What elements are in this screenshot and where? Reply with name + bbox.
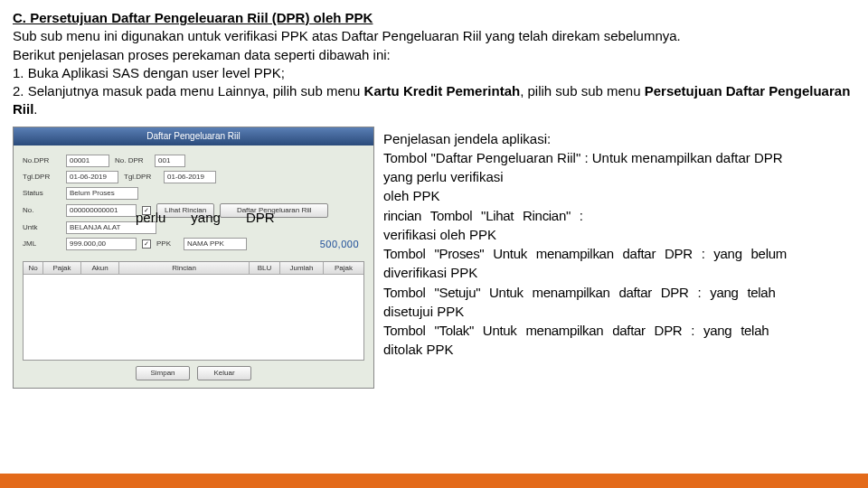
col-akun: Akun: [81, 262, 119, 274]
input-status[interactable]: Belum Proses: [66, 187, 138, 200]
col-pajak2: Pajak: [324, 262, 363, 274]
explain-l8: diverifikasi PPK: [383, 264, 855, 282]
simpan-button[interactable]: Simpan: [136, 366, 190, 380]
intro-line-1: Sub sub menu ini digunakan untuk verifik…: [13, 27, 855, 45]
instruction-text: C. Persetujuan Daftar Pengeleuaran Riil …: [0, 0, 868, 123]
section-heading: C. Persetujuan Daftar Pengeleuaran Riil …: [13, 10, 373, 25]
label-status: Status: [23, 189, 61, 197]
daftar-pengeluaran-button[interactable]: Daftar Pengeluaran Riil: [220, 203, 328, 218]
input-ppk[interactable]: NAMA PPK: [184, 238, 247, 250]
intro-line-2: Berikut penjelasan proses perekaman data…: [13, 46, 855, 64]
explain-l7: Tombol "Proses" Untuk menampilkan daftar…: [383, 245, 855, 263]
window-titlebar: Daftar Pengeluaran Riil: [14, 127, 373, 145]
label-dpr-no: No.DPR: [23, 156, 61, 164]
window-title: Daftar Pengeluaran Riil: [146, 131, 240, 141]
explain-l4: oleh PPK: [383, 187, 855, 205]
label-tgl2: Tgl.DPR: [124, 173, 158, 181]
explain-l3: yang perlu verifikasi: [383, 168, 855, 186]
explain-l12: ditolak PPK: [383, 341, 855, 359]
col-no: No: [24, 262, 43, 274]
input-dpr-no2[interactable]: 001: [155, 155, 185, 167]
explain-l1: Penjelasan jendela aplikasi:: [383, 130, 855, 148]
col-blu: BLU: [250, 262, 280, 274]
col-rincian: Rincian: [119, 262, 250, 274]
total-value: 500,000: [252, 239, 364, 249]
checkbox-ppk[interactable]: ✓: [142, 239, 151, 249]
input-tgl[interactable]: 01-06-2019: [66, 171, 118, 183]
input-utk[interactable]: BELANJA ALAT: [66, 221, 156, 234]
intro-line-3: 1. Buka Aplikasi SAS dengan user level P…: [13, 64, 855, 82]
label-ppk: PPK: [156, 239, 178, 248]
label-no: No.: [23, 206, 61, 214]
footer-accent-bar: [0, 474, 868, 488]
label-dpr-no2: No. DPR: [115, 156, 149, 164]
input-dpr-no[interactable]: 00001: [66, 155, 109, 167]
lihat-rincian-button[interactable]: Lihat Rincian: [156, 203, 214, 218]
explanation-block: Penjelasan jendela aplikasi: Tombol "Daf…: [383, 127, 855, 389]
checkbox-rincian[interactable]: ✓: [142, 206, 151, 215]
explain-l5: rincian Tombol "Lihat Rincian" :: [383, 207, 855, 225]
data-grid: No Pajak Akun Rincian BLU Jumlah Pajak: [23, 261, 364, 361]
grid-body: [24, 275, 363, 360]
app-screenshot: Daftar Pengeluaran Riil No.DPR 00001 No.…: [13, 127, 374, 389]
explain-l10: disetujui PPK: [383, 303, 855, 321]
explain-l9: Tombol "Setuju" Untuk menampilkan daftar…: [383, 284, 855, 302]
input-no[interactable]: 000000000001: [66, 204, 137, 217]
keluar-button[interactable]: Keluar: [197, 366, 251, 380]
explain-l2: Tombol "Daftar Pengeluaran Riil" : Untuk…: [383, 149, 855, 167]
col-pajak1: Pajak: [43, 262, 81, 274]
intro-line-4: 2. Selanjutnya masuk pada menu Lainnya, …: [13, 82, 855, 119]
label-tgl: Tgl.DPR: [23, 173, 61, 181]
label-utk: Untk: [23, 223, 61, 231]
label-jml: JML: [23, 239, 61, 248]
explain-l11: Tombol "Tolak" Untuk menampilkan daftar …: [383, 322, 855, 340]
col-jumlah: Jumlah: [280, 262, 324, 274]
input-tgl2[interactable]: 01-06-2019: [164, 171, 216, 183]
explain-l6: verifikasi oleh PPK: [383, 226, 855, 244]
input-jml[interactable]: 999.000,00: [66, 238, 137, 250]
